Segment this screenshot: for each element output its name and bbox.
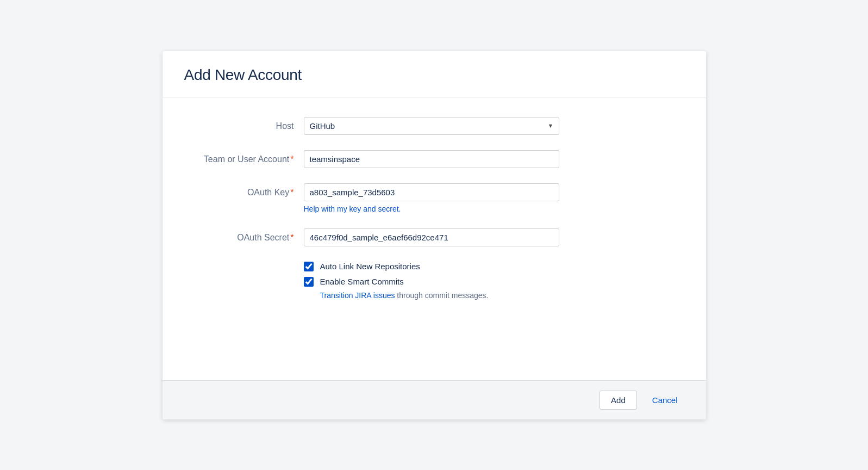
smart-commits-label[interactable]: Enable Smart Commits (320, 277, 404, 286)
dialog-body: Host GitHub Bitbucket GitLab Team or Use… (163, 97, 706, 380)
oauth-key-required-indicator: * (290, 188, 294, 197)
add-new-account-dialog: Add New Account Host GitHub Bitbucket Gi… (163, 51, 706, 419)
dialog-header: Add New Account (163, 51, 706, 97)
smart-commits-checkbox[interactable] (304, 277, 314, 287)
cancel-button[interactable]: Cancel (646, 391, 684, 409)
smart-commits-description: Transition JIRA issues through commit me… (320, 291, 684, 300)
oauth-secret-form-group: OAuth Secret* (184, 228, 684, 246)
team-account-input-wrapper (304, 150, 559, 168)
oauth-key-input[interactable] (304, 183, 559, 201)
team-account-label: Team or User Account* (184, 150, 304, 164)
oauth-key-label: OAuth Key* (184, 183, 304, 197)
transition-jira-link[interactable]: Transition JIRA issues (320, 291, 395, 300)
team-account-input[interactable] (304, 150, 559, 168)
auto-link-checkbox-item: Auto Link New Repositories (304, 262, 684, 271)
team-account-required-indicator: * (290, 154, 294, 164)
team-account-form-group: Team or User Account* (184, 150, 684, 168)
oauth-secret-input-wrapper (304, 228, 559, 246)
host-label: Host (184, 117, 304, 131)
oauth-secret-input[interactable] (304, 228, 559, 246)
oauth-key-input-wrapper: Help with my key and secret. (304, 183, 559, 213)
host-select-wrapper: GitHub Bitbucket GitLab (304, 117, 559, 135)
oauth-key-form-group: OAuth Key* Help with my key and secret. (184, 183, 684, 213)
dialog-title: Add New Account (184, 66, 684, 84)
smart-commits-checkbox-item: Enable Smart Commits (304, 277, 684, 287)
oauth-secret-required-indicator: * (290, 233, 294, 242)
oauth-secret-label: OAuth Secret* (184, 228, 304, 243)
oauth-key-help-link[interactable]: Help with my key and secret. (304, 205, 559, 213)
auto-link-checkbox[interactable] (304, 262, 314, 271)
smart-commits-desc-suffix: through commit messages. (395, 291, 488, 300)
add-button[interactable]: Add (600, 391, 637, 410)
checkboxes-group: Auto Link New Repositories Enable Smart … (304, 262, 684, 300)
dialog-footer: Add Cancel (163, 380, 706, 419)
host-select[interactable]: GitHub Bitbucket GitLab (304, 117, 559, 135)
auto-link-label[interactable]: Auto Link New Repositories (320, 262, 420, 271)
host-form-group: Host GitHub Bitbucket GitLab (184, 117, 684, 135)
